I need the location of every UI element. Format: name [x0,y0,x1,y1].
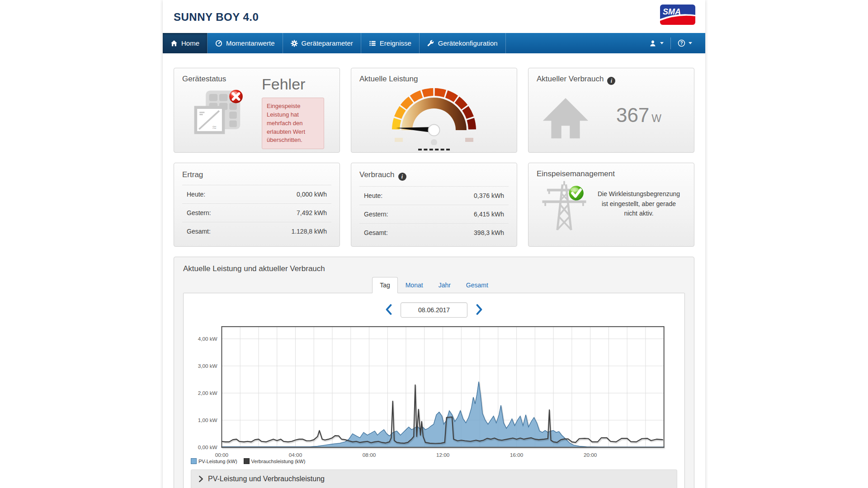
card-consumption: Verbrauchi Heute: 0,376 kWh Gestern: 6,4… [351,163,517,247]
date-picker[interactable]: 08.06.2017 [401,302,467,318]
nav-label: Gerätekonfiguration [438,39,498,47]
svg-text:2,00 kW: 2,00 kW [198,390,218,396]
previous-day-button[interactable] [384,303,393,317]
feed-in-message: Die Wirkleistungsbegrenzung ist eingeste… [592,189,686,219]
row-value: 6,415 kWh [474,211,504,218]
accordion-pv-consumption[interactable]: PV-Leistung und Verbrauchsleistung [191,469,677,488]
main-nav: Home Momentanwerte Geräteparameter Ereig… [163,33,705,53]
nav-label: Geräteparameter [302,39,353,47]
row-value: 0,000 kWh [297,191,327,198]
row-label: Gestern: [187,209,211,216]
nav-label: Home [181,39,199,47]
chart-panel-title: Aktuelle Leistung und aktueller Verbrauc… [183,264,685,273]
chart-legend: PV-Leistung (kW) Verbrauchsleistung (kW) [191,458,678,464]
nav-tab-ereignisse[interactable]: Ereignisse [361,33,420,53]
help-icon: ? [678,39,685,47]
page-container: SUNNY BOY 4.0 SMA Home Momentanwerte Ger… [163,0,705,488]
consumption-unit: W [651,113,661,124]
card-title: Aktuelle Leistung [359,75,509,84]
table-row: Gestern: 7,492 kWh [182,204,331,222]
row-label: Gestern: [364,211,388,218]
day-power-chart[interactable]: 0,00 kW1,00 kW2,00 kW3,00 kW4,00 kW00:00… [190,324,678,457]
row-label: Heute: [364,192,382,199]
svg-text:00:00: 00:00 [215,452,229,457]
row-value: 0,376 kWh [474,192,504,199]
row-label: Gesamt: [187,228,211,235]
legend-label: Verbrauchsleistung (kW) [251,459,306,464]
svg-text:4,00 kW: 4,00 kW [198,336,218,342]
card-current-power: Aktuelle Leistung [351,68,517,153]
nav-tab-geraeteparameter[interactable]: Geräteparameter [283,33,361,53]
nav-right-tools: ? [642,33,705,53]
row-label: Heute: [187,191,205,198]
gauge-icon [215,40,222,47]
svg-text:16:00: 16:00 [510,452,524,457]
tab-monat[interactable]: Monat [398,277,431,293]
tab-tag[interactable]: Tag [372,277,398,293]
chevron-left-icon [385,304,392,315]
user-icon [649,40,657,47]
accordion-label: PV-Leistung und Verbrauchsleistung [208,475,325,483]
nav-tab-momentanwerte[interactable]: Momentanwerte [208,33,283,53]
chart-inner-panel: 08.06.2017 0,00 kW1,00 kW2,00 kW3,00 kW4… [183,293,685,488]
consumption-number: 367 [616,104,649,126]
info-icon[interactable]: i [398,173,406,181]
pv-swatch-icon [191,458,197,464]
svg-text:08:00: 08:00 [363,452,376,457]
svg-text:20:00: 20:00 [584,452,597,457]
device-status-value: Fehler [262,75,331,93]
chevron-down-icon [689,42,692,44]
card-title: Aktueller Verbrauch [537,75,604,83]
card-yield: Ertrag Heute: 0,000 kWh Gestern: 7,492 k… [174,163,340,247]
date-navigation: 08.06.2017 [190,302,678,318]
chevron-right-icon [476,304,483,315]
table-row: Gesamt: 1.128,8 kWh [182,222,331,240]
svg-text:12:00: 12:00 [436,452,450,457]
svg-text:0,00 kW: 0,00 kW [198,444,218,450]
table-row: Heute: 0,376 kWh [359,187,509,205]
consumption-swatch-icon [244,458,250,464]
svg-text:04:00: 04:00 [289,452,302,457]
device-status-message: Eingespeiste Leistung hat mehrfach den e… [262,98,324,149]
list-icon [369,40,376,47]
nav-label: Ereignisse [380,39,411,47]
svg-text:?: ? [680,41,683,46]
row-value: 1.128,8 kWh [291,228,327,235]
legend-item-consumption: Verbrauchsleistung (kW) [244,458,306,464]
header: SUNNY BOY 4.0 SMA [163,0,705,33]
table-row: Gestern: 6,415 kWh [359,205,509,224]
page-title: SUNNY BOY 4.0 [174,11,259,23]
power-gauge [387,85,481,145]
chevron-down-icon [660,42,664,44]
legend-label: PV-Leistung (kW) [198,459,237,464]
nav-tab-geraetekonfiguration[interactable]: Gerätekonfiguration [420,33,506,53]
row-value: 398,3 kWh [474,229,504,236]
table-row: Gesamt: 398,3 kWh [359,224,509,242]
gear-icon [291,40,298,47]
next-day-button[interactable] [475,303,484,317]
svg-text:≈: ≈ [212,123,217,131]
nav-label: Momentanwerte [226,39,275,47]
house-icon [539,92,592,139]
card-title: Einspeisemanagement [537,169,686,178]
current-consumption-value: 367W [592,104,686,127]
card-feed-in-management: Einspeisemanagement [528,163,694,247]
chart-range-tabs: Tag Monat Jahr Gesamt [183,277,685,293]
card-current-consumption: Aktueller Verbrauchi 367W [528,68,694,153]
card-title: Verbrauch [359,170,395,179]
card-title: Gerätestatus [182,75,255,84]
tab-gesamt[interactable]: Gesamt [458,277,496,293]
svg-text:1,00 kW: 1,00 kW [198,417,218,423]
main-content: Gerätestatus [163,53,705,488]
info-icon[interactable]: i [607,77,615,85]
nav-tab-home[interactable]: Home [163,33,208,53]
help-menu[interactable]: ? [671,39,699,47]
svg-text:3,00 kW: 3,00 kW [198,363,218,369]
tab-jahr[interactable]: Jahr [431,277,458,293]
home-icon [170,40,178,47]
svg-text:SMA: SMA [663,7,681,16]
table-row: Heute: 0,000 kWh [182,185,331,204]
sma-logo: SMA [660,5,695,25]
row-value: 7,492 kWh [297,209,327,216]
user-menu[interactable] [642,40,670,47]
